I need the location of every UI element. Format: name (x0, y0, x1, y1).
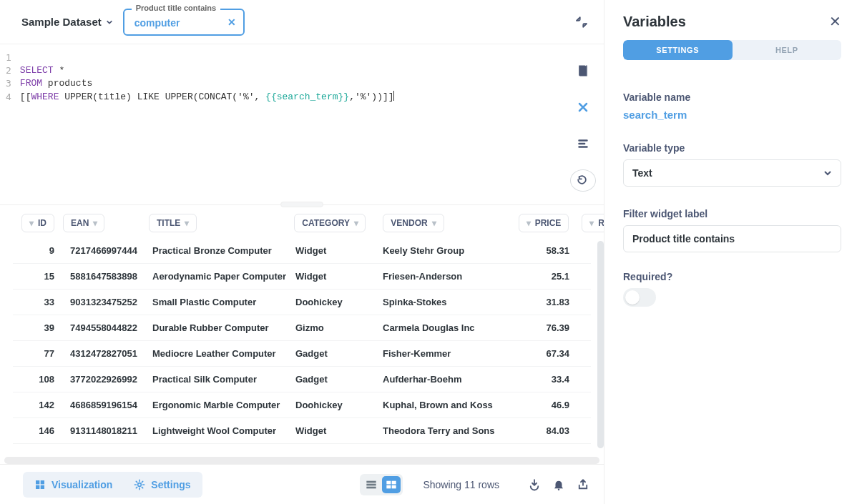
svg-rect-14 (392, 485, 396, 488)
view-toggle (360, 474, 403, 495)
snippets-icon[interactable] (571, 133, 595, 154)
row-count: Showing 11 rows (423, 479, 499, 490)
close-icon[interactable]: ✕ (829, 13, 841, 30)
table-row[interactable]: 774312472827051Mediocre Leather Computer… (13, 341, 591, 367)
variables-sidebar: Variables ✕ SETTINGS HELP Variable name … (604, 0, 857, 504)
tab-settings[interactable]: SETTINGS (623, 40, 733, 60)
footer-bar: Visualization Settings Showing 11 rows (0, 464, 604, 504)
sidebar-tabs: SETTINGS HELP (623, 40, 841, 60)
column-header-price[interactable]: ▾PRICE (519, 214, 569, 232)
tab-help[interactable]: HELP (733, 40, 842, 60)
svg-point-15 (558, 488, 559, 490)
table-row[interactable]: 155881647583898Aerodynamic Paper Compute… (13, 264, 591, 290)
view-table-button[interactable] (382, 476, 401, 493)
editor-sidebar (562, 44, 604, 204)
results-table: ▾ID EAN▾ TITLE▾ CATEGORY▾ VENDOR▾ ▾PRICE… (0, 205, 604, 457)
svg-rect-6 (41, 485, 44, 488)
variables-icon[interactable] (571, 97, 595, 117)
svg-rect-1 (578, 142, 585, 144)
sidebar-title: Variables (623, 14, 686, 30)
contract-icon[interactable] (575, 16, 588, 29)
close-icon[interactable]: ✕ (227, 16, 236, 28)
data-reference-icon[interactable] (571, 60, 595, 81)
svg-rect-11 (387, 480, 391, 484)
column-header-id[interactable]: ▾ID (21, 214, 54, 232)
visualization-button[interactable]: Visualization (26, 475, 121, 495)
variable-type-label: Variable type (623, 142, 841, 154)
table-row[interactable]: 97217466997444Practical Bronze ComputerW… (13, 238, 591, 264)
svg-rect-2 (578, 146, 587, 148)
download-icon[interactable] (527, 477, 542, 493)
dataset-label: Sample Dataset (21, 16, 102, 28)
svg-rect-12 (392, 480, 396, 484)
gear-icon (134, 479, 145, 490)
svg-rect-8 (367, 480, 376, 483)
chevron-down-icon (823, 169, 832, 177)
filter-chip[interactable]: Product title contains computer ✕ (123, 9, 245, 36)
table-row[interactable]: 339031323475252Small Plastic ComputerDoo… (13, 290, 591, 315)
widget-label-label: Filter widget label (623, 208, 841, 219)
filter-chip-value: computer (134, 17, 180, 29)
svg-rect-4 (41, 480, 44, 484)
table-row[interactable]: 1083772022926992Practical Silk ComputerG… (13, 367, 591, 392)
filter-chip-label: Product title contains (132, 4, 220, 12)
share-icon[interactable] (575, 477, 591, 493)
chevron-down-icon (106, 19, 113, 26)
sql-textarea[interactable]: SELECT * FROM products [[WHERE UPPER(tit… (17, 44, 562, 204)
svg-rect-0 (578, 139, 587, 142)
horizontal-scrollbar[interactable] (4, 457, 599, 464)
sql-editor: 1 2 3 4 SELECT * FROM products [[WHERE U… (0, 44, 604, 205)
variable-name-label: Variable name (623, 92, 841, 103)
svg-rect-3 (36, 480, 39, 484)
top-bar: Sample Dataset Product title contains co… (0, 0, 604, 44)
run-query-button[interactable] (570, 169, 596, 192)
required-toggle[interactable] (623, 288, 656, 307)
bell-icon[interactable] (551, 477, 567, 493)
vertical-scrollbar[interactable] (597, 241, 604, 448)
svg-rect-13 (387, 485, 391, 488)
variable-name-value: search_term (623, 109, 841, 121)
column-header-category[interactable]: CATEGORY▾ (294, 214, 366, 232)
widget-label-input[interactable] (623, 225, 841, 252)
editor-gutter: 1 2 3 4 (0, 44, 17, 204)
view-list-button[interactable] (362, 476, 381, 493)
required-label: Required? (623, 271, 841, 282)
variable-type-select[interactable]: Text (623, 159, 841, 187)
column-headers: ▾ID EAN▾ TITLE▾ CATEGORY▾ VENDOR▾ ▾PRICE… (13, 214, 591, 232)
svg-rect-9 (367, 483, 376, 485)
dataset-picker[interactable]: Sample Dataset (21, 16, 113, 28)
column-header-title[interactable]: TITLE▾ (149, 214, 197, 232)
svg-rect-10 (367, 486, 376, 488)
table-row[interactable]: 1424686859196154Ergonomic Marble Compute… (13, 392, 591, 418)
column-header-r[interactable]: ▾R (582, 214, 604, 232)
table-row[interactable]: 397494558044822Durable Rubber ComputerGi… (13, 315, 591, 341)
settings-button[interactable]: Settings (125, 475, 199, 495)
table-row[interactable]: 1469131148018211Lightweight Wool Compute… (13, 418, 591, 444)
grid-icon (34, 479, 46, 490)
column-header-vendor[interactable]: VENDOR▾ (383, 214, 444, 232)
svg-point-7 (138, 483, 142, 486)
svg-rect-5 (36, 485, 39, 488)
column-header-ean[interactable]: EAN▾ (63, 214, 104, 232)
